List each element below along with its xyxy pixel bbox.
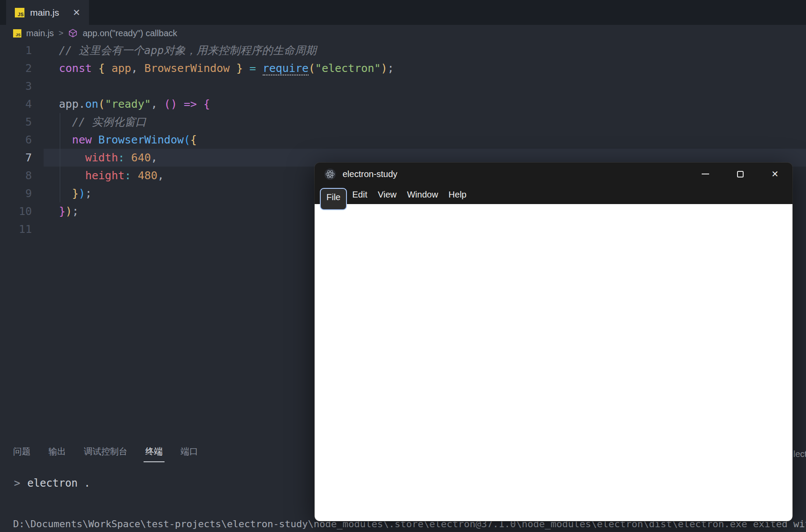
code-text: // 实例化窗口 (44, 113, 806, 131)
line-number: 2 (0, 59, 44, 77)
code-text: app.on("ready", () => { (44, 95, 806, 113)
code-line[interactable]: 1// 这里会有一个app对象，用来控制程序的生命周期 (0, 41, 806, 59)
window-controls: ✕ (688, 163, 792, 185)
electron-menubar: FileEditViewWindowHelp (315, 185, 792, 204)
electron-window-content (315, 204, 792, 521)
minimize-button[interactable] (688, 163, 723, 185)
breadcrumb-symbol[interactable]: app.on("ready") callback (82, 28, 177, 38)
line-number: 4 (0, 95, 44, 113)
menu-item-help[interactable]: Help (443, 187, 472, 203)
menu-item-view[interactable]: View (373, 187, 402, 203)
terminal-command-text: electron . (27, 477, 90, 489)
breadcrumb: JS main.js > app.on("ready") callback (0, 25, 806, 41)
code-line[interactable]: 5 // 实例化窗口 (0, 113, 806, 131)
line-number: 7 (0, 149, 44, 167)
panel-tab-终端[interactable]: 终端 (145, 446, 163, 457)
editor-tabstrip: JS main.js ✕ (0, 0, 806, 25)
line-number: 6 (0, 131, 44, 149)
tab-main-js[interactable]: JS main.js ✕ (6, 0, 89, 25)
breadcrumb-file[interactable]: main.js (26, 28, 54, 38)
code-line[interactable]: 6 new BrowserWindow({ (0, 131, 806, 149)
terminal-prompt: > (14, 477, 20, 489)
line-number: 11 (0, 220, 44, 238)
close-tab-icon[interactable]: ✕ (73, 7, 81, 18)
line-number: 9 (0, 184, 44, 202)
panel-tab-调试控制台[interactable]: 调试控制台 (84, 446, 127, 457)
menu-item-window[interactable]: Window (402, 187, 443, 203)
terminal-list-clipped-label: lect (793, 449, 806, 459)
maximize-icon (737, 171, 744, 177)
js-file-icon: JS (13, 29, 21, 38)
panel-tabs: 问题输出调试控制台终端端口 (13, 446, 198, 457)
js-file-icon: JS (15, 8, 24, 17)
line-number: 10 (0, 202, 44, 220)
code-line[interactable]: 2const { app, BrowserWindow } = require(… (0, 59, 806, 77)
electron-titlebar[interactable]: electron-study ✕ (315, 163, 792, 185)
indent-guide (60, 113, 60, 202)
terminal-command-line[interactable]: >electron . (14, 477, 90, 489)
chevron-right-icon: > (58, 28, 63, 38)
code-text: const { app, BrowserWindow } = require("… (44, 59, 806, 77)
code-text: // 这里会有一个app对象，用来控制程序的生命周期 (44, 41, 806, 59)
minimize-icon (702, 174, 709, 174)
panel-tab-输出[interactable]: 输出 (48, 446, 66, 457)
line-number: 3 (0, 77, 44, 95)
panel-tab-端口[interactable]: 端口 (181, 446, 198, 457)
vscode-window: JS main.js ✕ JS main.js > app.on("ready"… (0, 0, 806, 532)
panel-tab-问题[interactable]: 问题 (13, 446, 31, 457)
line-number: 1 (0, 41, 44, 59)
code-text (44, 77, 806, 95)
electron-window-title: electron-study (343, 169, 398, 179)
electron-app-window[interactable]: electron-study ✕ FileEditViewWindowHelp (315, 163, 792, 521)
menu-item-file[interactable]: File (320, 188, 347, 210)
line-number: 5 (0, 113, 44, 131)
tab-label: main.js (30, 7, 59, 18)
close-button[interactable]: ✕ (758, 163, 792, 185)
symbol-cube-icon (68, 28, 78, 38)
code-line[interactable]: 3 (0, 77, 806, 95)
maximize-button[interactable] (723, 163, 758, 185)
code-text: new BrowserWindow({ (44, 131, 806, 149)
menu-item-edit[interactable]: Edit (347, 187, 372, 203)
code-line[interactable]: 4app.on("ready", () => { (0, 95, 806, 113)
electron-logo-icon (324, 168, 336, 180)
line-number: 8 (0, 167, 44, 184)
